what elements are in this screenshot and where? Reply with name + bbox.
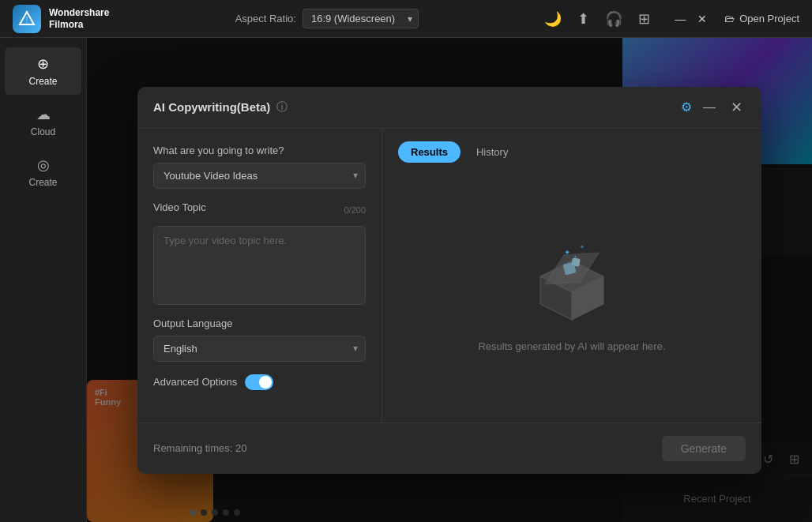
app-name-bottom: Filmora bbox=[49, 19, 109, 30]
modal-tabs: Results History bbox=[382, 129, 761, 163]
sidebar-item-cloud[interactable]: ☁ Cloud bbox=[5, 98, 81, 145]
modal-right-panel: Results History bbox=[382, 129, 761, 422]
language-group: Output Language English ▾ bbox=[153, 317, 366, 362]
modal-overlay: AI Copywriting(Beta) ⓘ ⚙ — ✕ What are yo… bbox=[87, 38, 812, 522]
video-topic-group: Video Topic 0/200 bbox=[153, 201, 366, 305]
sidebar-item-create[interactable]: ⊕ Create bbox=[5, 47, 81, 95]
grid-icon[interactable]: ⊞ bbox=[638, 10, 650, 28]
info-icon[interactable]: ⓘ bbox=[276, 100, 288, 115]
app-name: Wondershare Filmora bbox=[49, 7, 109, 30]
tab-results[interactable]: Results bbox=[398, 141, 461, 163]
modal-header: AI Copywriting(Beta) ⓘ ⚙ — ✕ bbox=[137, 87, 761, 129]
empty-box-illustration: ✦ ✦ ✦ bbox=[524, 233, 619, 328]
write-type-label: What are you going to write? bbox=[153, 145, 366, 156]
modal-body: What are you going to write? Youtube Vid… bbox=[137, 129, 761, 422]
remaining-times-text: Remaining times: 20 bbox=[153, 442, 247, 454]
tab-history[interactable]: History bbox=[464, 141, 521, 163]
app-name-top: Wondershare bbox=[49, 7, 109, 18]
write-type-select-wrap: Youtube Video Ideas ▾ bbox=[153, 163, 366, 189]
modal-header-actions: ⚙ — ✕ bbox=[681, 98, 746, 117]
plus-icon: ⊕ bbox=[37, 55, 49, 73]
modal-footer: Remaining times: 20 Generate bbox=[137, 422, 761, 474]
create-icon: ◎ bbox=[37, 156, 50, 174]
advanced-options-row: Advanced Options bbox=[153, 374, 366, 390]
close-button[interactable]: ✕ bbox=[696, 13, 709, 25]
title-center: Aspect Ratio: 16:9 (Widescreen) bbox=[109, 9, 544, 28]
svg-rect-14 bbox=[571, 257, 581, 267]
aspect-ratio-select[interactable]: 16:9 (Widescreen) bbox=[303, 9, 419, 28]
open-project-label: Open Project bbox=[739, 13, 799, 24]
video-topic-label: Video Topic bbox=[153, 201, 206, 213]
upload-icon[interactable]: ⬆ bbox=[577, 10, 589, 28]
sidebar-item-create-label: Create bbox=[28, 76, 57, 87]
pin-icon[interactable]: ⚙ bbox=[681, 100, 692, 115]
minimize-button[interactable]: — bbox=[674, 13, 686, 25]
sidebar-item-cloud-label: Cloud bbox=[31, 126, 55, 137]
content-area: ↺ ⊞ Recent Project #FiFunny › AI Copyw bbox=[87, 38, 812, 522]
moon-icon[interactable]: 🌙 bbox=[544, 10, 562, 28]
modal-close-button[interactable]: ✕ bbox=[727, 98, 746, 117]
title-bar: Wondershare Filmora Aspect Ratio: 16:9 (… bbox=[0, 0, 812, 38]
modal-title: AI Copywriting(Beta) bbox=[153, 100, 270, 114]
aspect-ratio-select-wrap: 16:9 (Widescreen) bbox=[303, 9, 419, 28]
generate-button[interactable]: Generate bbox=[662, 436, 746, 461]
sidebar-item-create2[interactable]: ◎ Create bbox=[5, 148, 81, 196]
sidebar: ⊕ Create ☁ Cloud ◎ Create bbox=[0, 38, 87, 522]
window-controls: — ✕ bbox=[674, 13, 709, 25]
open-project-button[interactable]: 🗁 Open Project bbox=[724, 13, 799, 24]
empty-state-text: Results generated by AI will appear here… bbox=[478, 340, 665, 352]
char-count: 0/200 bbox=[344, 205, 366, 215]
app-logo bbox=[13, 5, 41, 33]
write-type-select[interactable]: Youtube Video Ideas bbox=[153, 163, 366, 189]
language-label: Output Language bbox=[153, 317, 366, 329]
cloud-icon: ☁ bbox=[36, 106, 51, 123]
language-select-wrap: English ▾ bbox=[153, 336, 366, 362]
write-type-group: What are you going to write? Youtube Vid… bbox=[153, 145, 366, 189]
modal-tab-content: ✦ ✦ ✦ Results generated by AI will appea… bbox=[382, 163, 761, 422]
svg-text:✦: ✦ bbox=[564, 248, 570, 257]
toggle-knob bbox=[259, 376, 272, 389]
topic-label-row: Video Topic 0/200 bbox=[153, 201, 366, 220]
advanced-options-label: Advanced Options bbox=[153, 376, 237, 388]
svg-point-2 bbox=[26, 22, 28, 24]
advanced-options-toggle[interactable] bbox=[245, 374, 273, 390]
headset-icon[interactable]: 🎧 bbox=[605, 10, 622, 28]
svg-text:✦: ✦ bbox=[580, 244, 585, 250]
modal-minimize-button[interactable]: — bbox=[700, 98, 719, 117]
ai-copywriting-modal: AI Copywriting(Beta) ⓘ ⚙ — ✕ What are yo… bbox=[137, 87, 761, 474]
sidebar-item-create2-label: Create bbox=[28, 177, 57, 188]
aspect-ratio-label: Aspect Ratio: bbox=[235, 13, 296, 24]
folder-icon: 🗁 bbox=[724, 13, 735, 24]
video-topic-textarea[interactable] bbox=[153, 226, 366, 305]
title-right: 🌙 ⬆ 🎧 ⊞ — ✕ 🗁 Open Project bbox=[544, 10, 799, 28]
language-select[interactable]: English bbox=[153, 336, 366, 362]
modal-left-panel: What are you going to write? Youtube Vid… bbox=[137, 129, 382, 422]
main-layout: ⊕ Create ☁ Cloud ◎ Create ↺ ⊞ bbox=[0, 38, 812, 522]
